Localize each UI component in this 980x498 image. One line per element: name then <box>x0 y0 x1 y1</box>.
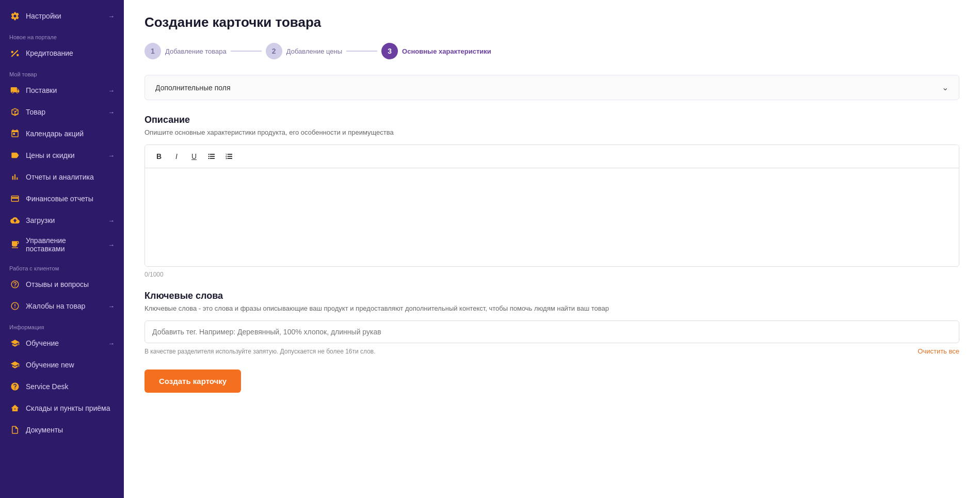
sidebar-item-otzyvy[interactable]: Отзывы и вопросы <box>0 274 124 295</box>
upload-icon <box>9 215 21 226</box>
description-title: Описание <box>144 115 959 125</box>
sidebar-item-postavki[interactable]: Поставки → <box>0 79 124 101</box>
step-3-circle: 3 <box>381 43 398 59</box>
sidebar-item-upravlenie[interactable]: Управление поставками → <box>0 231 124 258</box>
calendar-icon <box>9 128 21 139</box>
step-connector-1 <box>231 51 262 52</box>
step-2-label: Добавление цены <box>286 47 342 55</box>
editor-container: B I U <box>144 144 959 267</box>
arrow-icon: → <box>108 87 115 94</box>
education2-icon <box>9 359 21 371</box>
sidebar-item-obuchenie-new[interactable]: Обучение new <box>0 354 124 376</box>
sidebar-item-kalendar[interactable]: Календарь акций <box>0 123 124 144</box>
sidebar-item-tovar[interactable]: Товар → <box>0 101 124 123</box>
step-connector-2 <box>346 51 377 52</box>
sidebar: Настройки → Новое на портале Кредитовани… <box>0 0 124 498</box>
sidebar-item-zagruzki-label: Загрузки <box>26 216 55 224</box>
main-content: Создание карточки товара 1 Добавление то… <box>124 0 980 498</box>
chevron-down-icon: ⌄ <box>942 83 949 92</box>
arrow-icon: → <box>108 152 115 159</box>
description-editor[interactable] <box>145 168 959 266</box>
document-icon <box>9 424 21 436</box>
sidebar-item-obuchenie[interactable]: Обучение → <box>0 332 124 354</box>
sidebar-item-otzyvy-label: Отзывы и вопросы <box>26 280 89 288</box>
warehouse-icon <box>9 403 21 414</box>
clear-all-button[interactable]: Очистить все <box>918 347 959 355</box>
arrow-icon: → <box>108 302 115 310</box>
sidebar-item-service-desk-label: Service Desk <box>26 382 68 391</box>
sidebar-item-kreditovanie[interactable]: Кредитование <box>0 42 124 64</box>
keyword-input-wrapper <box>144 320 959 343</box>
section-label-tovar: Мой товар <box>0 64 124 79</box>
editor-toolbar: B I U <box>145 145 959 168</box>
collapsible-header[interactable]: Дополнительные поля ⌄ <box>145 75 959 100</box>
numbered-list-button[interactable] <box>221 149 237 164</box>
step-1-label: Добавление товара <box>165 47 227 55</box>
keywords-section: Ключевые слова Ключевые слова - это слов… <box>144 291 959 355</box>
sidebar-item-zhaloby[interactable]: Жалобы на товар → <box>0 295 124 317</box>
step-2-circle: 2 <box>266 43 282 59</box>
sidebar-item-postavki-label: Поставки <box>26 86 57 94</box>
section-label-info: Информация <box>0 317 124 332</box>
step-3-label: Основные характеристики <box>402 47 491 55</box>
sidebar-item-finansy[interactable]: Финансовые отчеты <box>0 188 124 210</box>
sidebar-item-zagruzki[interactable]: Загрузки → <box>0 210 124 231</box>
italic-button[interactable]: I <box>169 149 184 164</box>
description-section: Описание Опишите основные характеристики… <box>144 115 959 278</box>
sidebar-item-dokumenty-label: Документы <box>26 426 63 434</box>
section-label-klient: Работа с клиентом <box>0 258 124 274</box>
sidebar-item-upravlenie-label: Управление поставками <box>26 236 103 253</box>
arrow-icon: → <box>108 241 115 249</box>
complaint-icon <box>9 300 21 312</box>
step-1-circle: 1 <box>144 43 161 59</box>
arrow-icon: → <box>108 217 115 224</box>
keyword-hint-text: В качестве разделителя используйте запят… <box>144 348 376 355</box>
collapsible-section: Дополнительные поля ⌄ <box>144 75 959 100</box>
section-label-new: Новое на портале <box>0 27 124 42</box>
collapsible-label: Дополнительные поля <box>155 84 231 92</box>
keywords-subtitle: Ключевые слова - это слова и фразы описы… <box>144 304 959 312</box>
sidebar-item-zhaloby-label: Жалобы на товар <box>26 302 85 310</box>
sidebar-item-otchety[interactable]: Отчеты и аналитика <box>0 166 124 188</box>
page-title: Создание карточки товара <box>144 14 959 30</box>
settings-icon <box>9 10 21 22</box>
sidebar-item-finansy-label: Финансовые отчеты <box>26 195 93 203</box>
sidebar-item-obuchenie-new-label: Обучение new <box>26 361 74 369</box>
truck-icon <box>9 85 21 96</box>
arrow-icon: → <box>108 340 115 347</box>
servicedesk-icon <box>9 381 21 392</box>
stepper: 1 Добавление товара 2 Добавление цены 3 … <box>144 43 959 59</box>
percent-icon <box>9 47 21 59</box>
step-2: 2 Добавление цены <box>266 43 342 59</box>
education-icon <box>9 338 21 349</box>
bold-button[interactable]: B <box>151 149 167 164</box>
box-icon <box>9 106 21 118</box>
sidebar-item-nastrojki-label: Настройки <box>26 12 61 20</box>
finance-icon <box>9 193 21 204</box>
sidebar-item-dokumenty[interactable]: Документы <box>0 419 124 441</box>
sidebar-item-nastrojki[interactable]: Настройки → <box>0 5 124 27</box>
underline-button[interactable]: U <box>186 149 202 164</box>
bullet-list-button[interactable] <box>204 149 219 164</box>
manage-icon <box>9 239 21 250</box>
sidebar-item-kalendar-label: Календарь акций <box>26 130 84 138</box>
sidebar-item-kreditovanie-label: Кредитование <box>26 49 73 57</box>
step-1: 1 Добавление товара <box>144 43 227 59</box>
description-subtitle: Опишите основные характеристики продукта… <box>144 128 959 136</box>
sidebar-item-service-desk[interactable]: Service Desk <box>0 376 124 397</box>
chart-icon <box>9 171 21 183</box>
keyword-hint-row: В качестве разделителя используйте запят… <box>144 347 959 355</box>
step-3: 3 Основные характеристики <box>381 43 491 59</box>
sidebar-item-obuchenie-label: Обучение <box>26 339 59 347</box>
arrow-icon: → <box>108 12 115 20</box>
sidebar-item-ceny[interactable]: Цены и скидки → <box>0 144 124 166</box>
sidebar-item-ceny-label: Цены и скидки <box>26 151 75 159</box>
keywords-title: Ключевые слова <box>144 291 959 301</box>
sidebar-item-otchety-label: Отчеты и аналитика <box>26 173 94 181</box>
sidebar-item-sklady[interactable]: Склады и пункты приёма <box>0 397 124 419</box>
sidebar-item-tovar-label: Товар <box>26 108 45 116</box>
reviews-icon <box>9 279 21 290</box>
keyword-input[interactable] <box>152 328 952 336</box>
sidebar-item-sklady-label: Склады и пункты приёма <box>26 404 110 412</box>
create-card-button[interactable]: Создать карточку <box>144 370 241 393</box>
